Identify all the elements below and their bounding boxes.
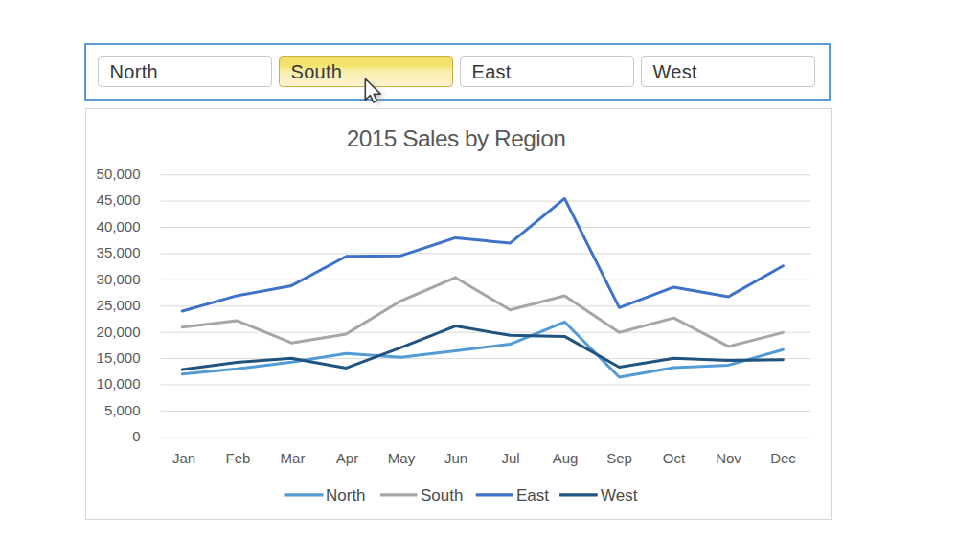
svg-text:15,000: 15,000 [97, 349, 141, 366]
svg-text:5,000: 5,000 [104, 402, 141, 418]
svg-text:Mar: Mar [281, 450, 306, 466]
svg-text:10,000: 10,000 [97, 375, 141, 392]
svg-text:50,000: 50,000 [97, 166, 141, 182]
svg-text:Jul: Jul [501, 450, 519, 466]
svg-text:20,000: 20,000 [97, 324, 141, 340]
svg-text:West: West [601, 486, 638, 504]
svg-text:East: East [516, 486, 549, 504]
svg-text:35,000: 35,000 [97, 244, 141, 260]
svg-text:40,000: 40,000 [97, 218, 141, 235]
svg-text:Dec: Dec [770, 450, 796, 466]
svg-text:South: South [421, 486, 463, 504]
svg-text:Nov: Nov [716, 450, 741, 466]
svg-text:Jan: Jan [172, 450, 195, 466]
svg-text:North: North [326, 486, 366, 504]
svg-text:May: May [388, 450, 416, 466]
svg-text:25,000: 25,000 [97, 297, 141, 313]
svg-text:Feb: Feb [226, 450, 251, 466]
svg-text:0: 0 [132, 428, 140, 444]
svg-text:2015 Sales by Region: 2015 Sales by Region [347, 125, 566, 151]
svg-text:30,000: 30,000 [97, 271, 141, 287]
svg-text:Aug: Aug [553, 450, 579, 466]
svg-text:Jun: Jun [444, 450, 467, 466]
svg-text:Apr: Apr [336, 450, 358, 466]
svg-text:45,000: 45,000 [97, 191, 141, 208]
svg-text:Sep: Sep [606, 450, 632, 466]
svg-text:Oct: Oct [663, 450, 686, 466]
